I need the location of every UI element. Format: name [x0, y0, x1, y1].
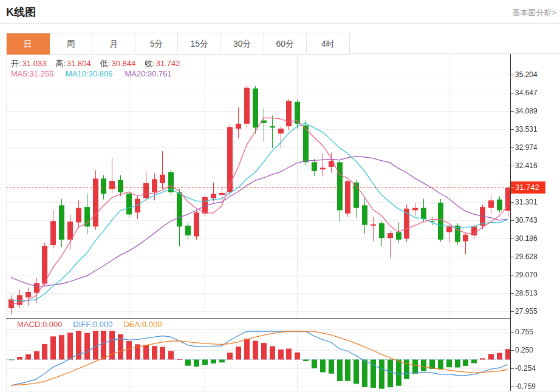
ohlc-readout: 开:31.033高:31.804低:30.844收:31.742: [11, 58, 190, 69]
legend-value: 31.255: [29, 69, 53, 78]
price-tick-label: 32.416: [515, 161, 538, 171]
legend-label: MA20:: [125, 69, 148, 78]
price-tick-label: 33.531: [515, 124, 538, 134]
legend-value: 30.844: [111, 59, 135, 68]
legend-value: 0.000: [93, 320, 113, 329]
tab-月[interactable]: 月: [92, 33, 135, 55]
legend-item: 开:31.033: [11, 59, 55, 68]
legend-label: DEA:: [123, 320, 142, 329]
price-tick-label: 35.204: [515, 70, 538, 79]
timeframe-tabbar: 日周月5分15分30分60分4时: [6, 33, 350, 55]
legend-value: 0.000: [43, 320, 63, 329]
legend-value: 0.000: [142, 320, 162, 329]
macd-tick-label: -0.254: [515, 363, 536, 373]
price-tick-label: 29.070: [515, 270, 538, 280]
legend-value: 30.761: [148, 69, 172, 78]
price-tick-label: 29.628: [515, 252, 538, 262]
legend-item: DEA:0.000: [123, 320, 162, 329]
tab-60分[interactable]: 60分: [264, 33, 307, 55]
legend-value: 31.804: [67, 59, 91, 68]
macd-panel-divider: [6, 329, 511, 330]
legend-item: MA10:30.806: [66, 69, 112, 78]
tab-15分[interactable]: 15分: [178, 33, 221, 55]
tab-30分[interactable]: 30分: [221, 33, 264, 55]
chart-bottom-border: [6, 391, 560, 391]
legend-label: 开:: [11, 59, 21, 68]
legend-label: MACD:: [17, 320, 43, 329]
tab-5分[interactable]: 5分: [135, 33, 179, 55]
legend-label: 收:: [145, 59, 155, 68]
page-title: K线图: [6, 5, 36, 19]
legend-item: MA5:31.255: [11, 69, 53, 78]
price-tick-label: 27.955: [515, 306, 538, 316]
legend-label: DIFF:: [73, 320, 93, 329]
macd-tick-label: -0.759: [515, 382, 536, 391]
legend-label: MA10:: [66, 69, 89, 78]
macd-tick-label: 0.755: [515, 327, 533, 337]
price-tick-label: 34.089: [515, 106, 538, 116]
tab-日[interactable]: 日: [7, 33, 50, 55]
ma-legend: MA5:31.255MA10:30.806MA20:30.761: [11, 69, 184, 78]
tab-周[interactable]: 周: [50, 33, 93, 55]
price-tick-label: 32.974: [515, 143, 538, 152]
legend-item: MA20:30.761: [125, 69, 171, 78]
legend-label: MA5:: [11, 69, 29, 78]
price-tick-label: 28.513: [515, 288, 538, 298]
legend-item: 收:31.742: [145, 59, 189, 68]
tab-4时[interactable]: 4时: [307, 33, 350, 55]
current-price-badge: 31.742: [511, 181, 545, 194]
price-tick-label: 31.301: [515, 197, 538, 207]
price-tick-label: 30.743: [515, 215, 538, 225]
legend-item: 低:30.844: [100, 59, 145, 68]
macd-tick-label: 0.250: [515, 345, 533, 355]
main-chart-bottom-border: [6, 318, 511, 319]
legend-item: 高:31.804: [55, 59, 100, 68]
legend-label: 低:: [100, 59, 111, 68]
macd-legend: MACD:0.000DIFF:0.000DEA:0.000: [17, 320, 172, 329]
kline-widget: K线图 基本面分析> 日周月5分15分30分60分4时 开:31.033高:31…: [0, 0, 560, 392]
legend-label: 高:: [55, 59, 66, 68]
chart-left-border: [6, 54, 7, 391]
price-tick-label: 30.186: [515, 234, 538, 243]
legend-value: 30.806: [89, 69, 113, 78]
macd-chart-canvas[interactable]: [6, 331, 510, 391]
legend-value: 31.742: [156, 59, 180, 68]
legend-value: 31.033: [22, 59, 47, 68]
candlestick-chart-canvas[interactable]: [6, 54, 510, 318]
fundamental-analysis-link[interactable]: 基本面分析>: [512, 7, 556, 18]
price-tick-label: 34.647: [515, 88, 538, 98]
title-divider: [0, 23, 560, 24]
legend-item: MACD:0.000: [17, 320, 62, 329]
legend-item: DIFF:0.000: [73, 320, 112, 329]
price-axis-line: [510, 54, 511, 391]
